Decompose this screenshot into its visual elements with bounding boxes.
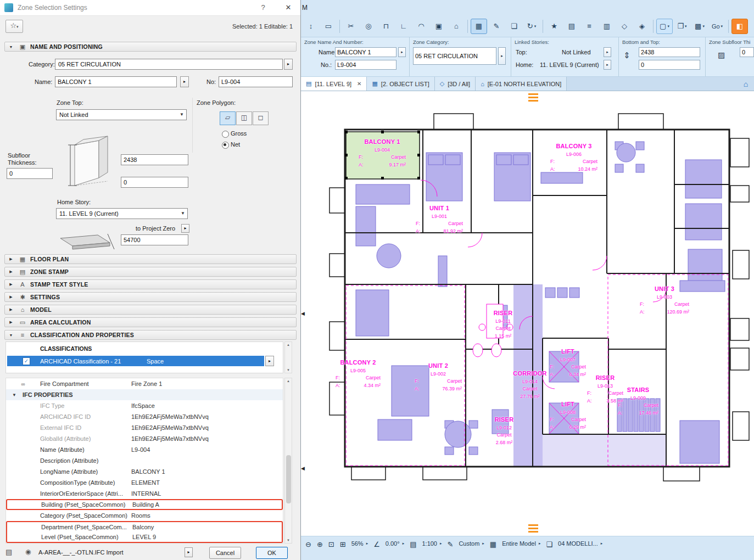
subfloor-thickness-input[interactable] bbox=[7, 168, 53, 179]
area-calculation-section[interactable]: ▶▭AREA CALCULATION bbox=[4, 317, 297, 327]
scrollbar-thumb[interactable] bbox=[286, 455, 291, 503]
zoom-level-control[interactable]: 56%▸ bbox=[351, 540, 368, 547]
split-button[interactable]: ✂ bbox=[343, 19, 359, 34]
zone-stamp[interactable]: BALCONY 3L9-006F:CarpetA:10.24 m² bbox=[548, 142, 600, 173]
ib-top-elevation-input[interactable] bbox=[639, 47, 700, 57]
zone-stamp[interactable]: UNIT 1L9-001F:CarpetA:81.92 m² bbox=[413, 204, 466, 235]
project-zero-picker-button[interactable]: ▸ bbox=[181, 224, 189, 233]
menu-bar-fragment[interactable]: M bbox=[301, 0, 754, 15]
duplicate-view-button[interactable]: ❐▾ bbox=[674, 19, 690, 34]
trace-reference-button[interactable]: ◧ bbox=[731, 19, 748, 34]
explode-button[interactable]: ⌂ bbox=[448, 19, 465, 34]
zone-top-offset-input[interactable] bbox=[121, 154, 188, 165]
zone-polygon-net-button[interactable]: ◻ bbox=[253, 111, 269, 125]
category-combo[interactable]: 05 RET CIRCULATION bbox=[55, 59, 283, 70]
zone-stamp[interactable]: BALCONY 2L9-005F:CarpetA:4.34 m² bbox=[333, 358, 383, 389]
property-row[interactable]: Department (Pset_SpaceCom...Balcony bbox=[6, 521, 283, 532]
panel-collapse-arrow[interactable]: ◀ bbox=[301, 466, 305, 471]
name-picker-button[interactable]: ▸ bbox=[180, 76, 189, 87]
pen-button[interactable]: ✎ bbox=[488, 19, 505, 34]
property-row[interactable]: Level (Pset_SpaceCommon)LEVEL 9 bbox=[6, 532, 283, 543]
tab-3d-all[interactable]: ◇[3D / All] bbox=[435, 77, 476, 91]
classifications-scrollbar[interactable]: ▲ ▼ bbox=[284, 341, 292, 373]
property-row[interactable]: IFC TypeIfcSpace bbox=[6, 400, 283, 411]
project-zero-elevation-input[interactable] bbox=[121, 234, 188, 245]
property-row[interactable]: GlobalId (Attribute)1Eh9E2AFj5MeWa7xtbNV… bbox=[6, 433, 283, 444]
fit-extent-button[interactable]: ⊞ bbox=[340, 540, 346, 548]
zone-polygon-gross-button[interactable]: ◫ bbox=[236, 111, 252, 125]
document-button[interactable]: ▥ bbox=[599, 19, 615, 34]
view-mode-button[interactable]: ▢▾ bbox=[656, 19, 673, 34]
zone-top-dropdown[interactable]: Not Linked▼ bbox=[56, 109, 187, 120]
ib-zone-category-picker[interactable]: ▸ bbox=[498, 47, 506, 65]
settings-section[interactable]: ▶✱SETTINGS bbox=[4, 292, 297, 302]
intersect-button[interactable]: ∟ bbox=[395, 19, 412, 34]
scroll-up-icon[interactable]: ▲ bbox=[285, 343, 292, 346]
tab-11-level-9[interactable]: ▤[11. LEVEL 9]✕ bbox=[301, 77, 367, 91]
trace-reference-marker-bottom[interactable] bbox=[526, 524, 540, 533]
3d-cutaway-button[interactable]: ❖ bbox=[749, 19, 754, 34]
resize-button[interactable]: ▣ bbox=[431, 19, 447, 34]
layers-button[interactable]: ▤ bbox=[563, 19, 580, 34]
name-input[interactable] bbox=[55, 76, 177, 87]
help-button[interactable]: ? bbox=[257, 2, 269, 13]
tab-e-01-north-elevation[interactable]: ⌂[E-01 NORTH ELEVATION] bbox=[476, 77, 567, 91]
grid-options-button[interactable]: ▩▾ bbox=[691, 19, 708, 34]
zone-stamp[interactable]: RISERL9-012Carpet2.68 m² bbox=[485, 415, 523, 446]
floor-plan-section[interactable]: ▶▦FLOOR PLAN bbox=[4, 254, 297, 264]
cancel-button[interactable]: Cancel bbox=[209, 547, 241, 559]
navigate-button[interactable]: ◈ bbox=[634, 19, 650, 34]
property-row[interactable]: LongName (Attribute)BALCONY 1 bbox=[6, 466, 283, 477]
scroll-down-icon[interactable]: ▼ bbox=[285, 539, 292, 542]
zone-stamp[interactable]: LIFTL9-007F:CarpetA:6.34 m² bbox=[547, 347, 589, 378]
ib-name-picker-button[interactable]: ▸ bbox=[398, 47, 406, 57]
scale-control[interactable]: 1:100▸ bbox=[422, 540, 442, 547]
find-select-button[interactable]: ◎ bbox=[360, 19, 377, 34]
favorites-button[interactable]: ☆▾ bbox=[5, 20, 23, 33]
rotate-button[interactable]: ↻▾ bbox=[523, 19, 540, 34]
navigator-preview-icon[interactable]: ⌂ bbox=[738, 77, 754, 91]
stories-button[interactable]: ≡ bbox=[581, 19, 597, 34]
ib-top-picker[interactable]: ▸ bbox=[604, 47, 611, 57]
zoom-in-button[interactable]: ⊕ bbox=[317, 540, 323, 548]
story-settings-button[interactable]: ↕ bbox=[303, 19, 319, 34]
ib-name-input[interactable] bbox=[335, 47, 396, 57]
go-button[interactable]: Go▾ bbox=[709, 19, 725, 34]
zone-stamp[interactable]: UNIT 2L9-002F:CarpetA:76.39 m² bbox=[412, 361, 465, 393]
zone-number-input[interactable] bbox=[219, 76, 293, 87]
zone-stamp[interactable]: RISERL9-011Carpet1.15 m² bbox=[484, 309, 522, 340]
gross-radio[interactable] bbox=[222, 131, 229, 138]
zone-stamp[interactable]: UNIT 3L9-003F:CarpetA:120.69 m² bbox=[637, 284, 692, 316]
zone-stamp[interactable]: STAIRSL9-009F:CarpetA:17.46 m² bbox=[615, 385, 661, 417]
eye-icon[interactable]: ◉ bbox=[25, 548, 31, 556]
close-tab-icon[interactable]: ✕ bbox=[357, 81, 361, 87]
tab-2-object-list[interactable]: ▦[2. OBJECT LIST] bbox=[367, 77, 434, 91]
pick-up-parameters-button[interactable]: ⊓ bbox=[378, 19, 394, 34]
ib-bottom-elevation-input[interactable] bbox=[639, 60, 700, 70]
layer-combination-control[interactable]: 04 MODELLI...▸ bbox=[558, 540, 602, 547]
copy-button[interactable]: ❏ bbox=[506, 19, 522, 34]
classification-row[interactable]: ✓ ARCHICAD Classification - 21 Space bbox=[7, 356, 264, 366]
category-picker-button[interactable]: ▸ bbox=[284, 59, 293, 70]
ib-zone-category-combo[interactable]: 05 RET CIRCULATION bbox=[413, 47, 496, 65]
zone-stamp-section[interactable]: ▶▤ZONE STAMP bbox=[4, 267, 297, 277]
checkbox-checked-icon[interactable]: ✓ bbox=[23, 357, 30, 365]
net-radio[interactable] bbox=[222, 142, 229, 149]
name-and-positioning-section[interactable]: ▼ ▣ NAME AND POSITIONING bbox=[4, 42, 297, 52]
fillet-button[interactable]: ◠ bbox=[413, 19, 429, 34]
zoom-window-button[interactable]: ⊡ bbox=[328, 540, 334, 548]
classification-and-properties-section[interactable]: ▼≡CLASSIFICATION AND PROPERTIES bbox=[4, 330, 297, 340]
ib-subfloor-input[interactable] bbox=[740, 47, 754, 57]
property-row[interactable]: Building (Pset_SpaceCommon)Building A bbox=[6, 499, 283, 510]
property-row[interactable]: Name (Attribute)L9-004 bbox=[6, 444, 283, 455]
keyboard-shortcut-icon[interactable]: ▤ bbox=[5, 548, 12, 556]
stamp-text-style-section[interactable]: ▶ASTAMP TEXT STYLE bbox=[4, 279, 297, 289]
trace-reference-marker-top[interactable] bbox=[526, 93, 540, 102]
close-button[interactable]: ✕ bbox=[281, 2, 295, 13]
rotation-control[interactable]: 0.00°▸ bbox=[386, 540, 404, 547]
floor-plan-canvas[interactable]: BALCONY 1L9-004F:CarpetA:9.17 m²BALCONY … bbox=[301, 91, 754, 536]
import-picker-button[interactable]: ▸ bbox=[185, 547, 193, 557]
dialog-titlebar[interactable]: Zone Selection Settings ? ✕ bbox=[0, 0, 300, 16]
pen-set-icon-button[interactable]: ✎ bbox=[448, 540, 454, 548]
favorites-button[interactable]: ★ bbox=[546, 19, 562, 34]
